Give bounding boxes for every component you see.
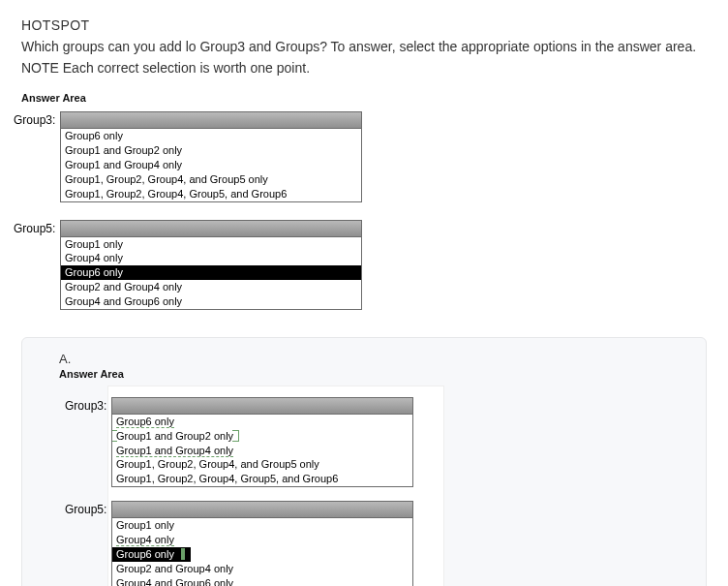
answer-area-label: Answer Area (59, 368, 688, 380)
hotspot-label: HOTSPOT (21, 17, 707, 33)
answer-option: Group2 and Group4 only (112, 562, 412, 576)
exam-question-page: HOTSPOT Which groups can you add lo Grou… (0, 0, 728, 586)
group5-answer-list: Group1 only Group4 only Group6 only Grou… (111, 501, 413, 586)
answer-option-correct: Group6 only (112, 547, 412, 562)
answer-option: Group4 only (112, 533, 412, 547)
answer-option: Group6 only (112, 415, 412, 429)
answer-option: Group1, Group2, Group4, and Group5 only (112, 457, 412, 472)
answer-fields: Group3: Group6 only Group1 and Group2 on… (107, 386, 444, 586)
dropdown-option[interactable]: Group2 and Group4 only (61, 280, 361, 294)
group3-label: Group3: (65, 399, 106, 413)
correct-bracket-right-icon (232, 430, 239, 442)
dropdown-option[interactable]: Group1 and Group2 only (61, 143, 361, 158)
group3-answer-list: Group6 only Group1 and Group2 only Group… (111, 397, 413, 487)
answer-option: Group1, Group2, Group4, Group5, and Grou… (112, 472, 412, 486)
answer-area-label: Answer Area (21, 92, 707, 104)
dropdown-option[interactable]: Group1 only (61, 237, 361, 252)
option-text: Group1 and Group4 only (116, 445, 233, 457)
dropdown-header-bar (112, 398, 412, 415)
answer-letter: A. (59, 352, 688, 366)
dropdown-option-selected[interactable]: Group6 only (61, 265, 361, 280)
option-text: Group1 and Group2 only (116, 430, 233, 442)
group3-field: Group3: Group6 only Group1 and Group2 on… (60, 111, 707, 201)
answer-group5-field: Group5: Group1 only Group4 only Group6 o… (111, 501, 440, 586)
answer-option: Group4 and Group6 only (112, 576, 412, 586)
dropdown-header-bar (61, 112, 361, 129)
correct-bracket-left-icon (112, 430, 117, 442)
group5-dropdown[interactable]: Group1 only Group4 only Group6 only Grou… (60, 220, 362, 310)
dropdown-option[interactable]: Group1, Group2, Group4, Group5, and Grou… (61, 187, 361, 201)
question-text: Which groups can you add lo Group3 and G… (21, 37, 707, 78)
answer-panel: A. Answer Area Group3: Group6 only (21, 337, 707, 586)
option-text: Group6 only (116, 548, 174, 560)
dropdown-option[interactable]: Group4 only (61, 251, 361, 265)
group5-label: Group5: (14, 222, 55, 235)
answer-option: Group1 only (112, 518, 412, 533)
group5-field: Group5: Group1 only Group4 only Group6 o… (60, 220, 707, 310)
dropdown-option[interactable]: Group1, Group2, Group4, and Group5 only (61, 172, 361, 187)
dropdown-option[interactable]: Group4 and Group6 only (61, 294, 361, 309)
question-fields: Group3: Group6 only Group1 and Group2 on… (60, 111, 707, 309)
answer-option: Group1 and Group4 only (112, 444, 412, 458)
dropdown-header-bar (61, 221, 361, 237)
dropdown-option[interactable]: Group1 and Group4 only (61, 158, 361, 172)
option-text: Group4 only (116, 534, 174, 546)
correct-marker-icon (181, 548, 185, 560)
dropdown-header-bar (112, 502, 412, 518)
dropdown-option[interactable]: Group6 only (61, 129, 361, 143)
group3-dropdown[interactable]: Group6 only Group1 and Group2 only Group… (60, 111, 362, 201)
option-text: Group6 only (116, 416, 174, 428)
group3-label: Group3: (14, 113, 55, 127)
answer-option-correct: Group1 and Group2 only (112, 429, 412, 444)
group5-label: Group5: (65, 503, 106, 516)
answer-group3-field: Group3: Group6 only Group1 and Group2 on… (111, 397, 440, 487)
